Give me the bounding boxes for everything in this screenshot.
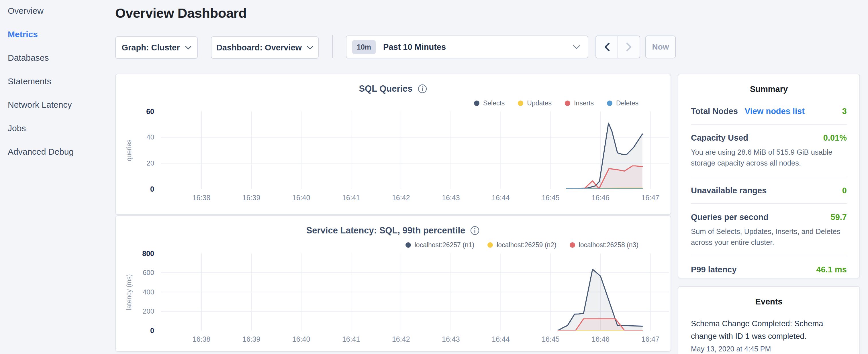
chart-card-sql-queries: SQL Queries SelectsUpdatesInsertsDeletes… bbox=[115, 74, 671, 215]
summary-row-label: P99 latency bbox=[691, 265, 737, 275]
x-axis-tick-label: 16:42 bbox=[381, 335, 421, 344]
chart-card-service-latency: Service Latency: SQL, 99th percentile lo… bbox=[115, 215, 671, 352]
summary-row-unavailable-ranges: Unavailable ranges 0 bbox=[691, 177, 847, 204]
chart-title: SQL Queries bbox=[359, 84, 412, 94]
legend-dot-icon bbox=[570, 242, 575, 248]
time-range-dropdown[interactable]: 10m Past 10 Minutes bbox=[346, 35, 588, 58]
legend-dot-icon bbox=[405, 242, 411, 248]
dashboard-dropdown[interactable]: Dashboard: Overview bbox=[211, 36, 319, 59]
x-axis-tick-label: 16:38 bbox=[181, 194, 221, 202]
chevron-down-icon bbox=[185, 46, 191, 50]
toolbar-divider bbox=[333, 35, 333, 58]
event-item[interactable]: Schema Change Completed: Schema change w… bbox=[678, 307, 859, 353]
chevron-down-icon bbox=[573, 45, 580, 49]
summary-row-total-nodes: Total Nodes View nodes list 3 bbox=[691, 98, 847, 125]
sidebar-item-databases[interactable]: Databases bbox=[8, 53, 111, 63]
legend-item: Selects bbox=[474, 99, 505, 107]
info-icon[interactable] bbox=[470, 225, 480, 236]
summary-row-value: 3 bbox=[842, 106, 847, 116]
graph-dropdown-label: Graph: Cluster bbox=[122, 43, 180, 53]
summary-row-description: You are using 28.6 MiB of 515.9 GiB usab… bbox=[691, 147, 847, 169]
view-nodes-list-link[interactable]: View nodes list bbox=[745, 106, 805, 116]
summary-panel: Summary Total Nodes View nodes list 3 Ca… bbox=[678, 74, 860, 279]
legend-label: Deletes bbox=[616, 99, 639, 107]
y-axis-tick-label: 600 bbox=[116, 268, 154, 277]
x-axis-tick-label: 16:44 bbox=[480, 194, 521, 202]
summary-row-queries-per-second: Queries per second 59.7 Sum of Selects, … bbox=[691, 204, 847, 257]
chart-plot-area[interactable] bbox=[161, 111, 669, 189]
summary-row-label: Capacity Used bbox=[691, 133, 748, 142]
events-title: Events bbox=[678, 287, 859, 307]
x-axis-tick-label: 16:38 bbox=[181, 335, 221, 344]
x-axis-tick-label: 16:41 bbox=[331, 335, 371, 344]
legend-dot-icon bbox=[488, 242, 493, 248]
sidebar-item-advanced-debug[interactable]: Advanced Debug bbox=[8, 147, 111, 157]
summary-row-label: Unavailable ranges bbox=[691, 186, 767, 195]
legend-dot-icon bbox=[518, 100, 523, 106]
legend-dot-icon bbox=[474, 100, 479, 106]
legend-item: localhost:26259 (n2) bbox=[488, 241, 556, 249]
chevron-right-icon bbox=[625, 42, 633, 52]
x-axis-tick-label: 16:45 bbox=[530, 335, 570, 344]
x-axis-tick-label: 16:45 bbox=[530, 194, 570, 202]
legend-label: Inserts bbox=[574, 99, 594, 107]
now-button[interactable]: Now bbox=[645, 35, 676, 58]
info-icon[interactable] bbox=[417, 84, 428, 94]
chart-plot-area[interactable] bbox=[161, 254, 669, 330]
x-axis-tick-label: 16:41 bbox=[331, 194, 371, 202]
chevron-left-icon bbox=[603, 42, 611, 52]
dashboard-dropdown-label: Dashboard: Overview bbox=[216, 43, 302, 53]
x-axis-tick-label: 16:43 bbox=[431, 335, 471, 344]
now-button-label: Now bbox=[652, 42, 669, 52]
event-timestamp: May 13, 2020 at 4:45 PM bbox=[691, 345, 847, 353]
y-axis-title: latency (ms) bbox=[125, 274, 133, 310]
legend-item: localhost:26257 (n1) bbox=[405, 241, 474, 249]
legend-label: localhost:26258 (n3) bbox=[579, 241, 639, 249]
sidebar-item-overview[interactable]: Overview bbox=[8, 6, 111, 16]
page-title: Overview Dashboard bbox=[115, 5, 247, 21]
summary-row-label: Queries per second bbox=[691, 213, 769, 222]
y-axis-tick-label: 0 bbox=[116, 185, 154, 193]
sidebar-item-jobs[interactable]: Jobs bbox=[8, 123, 111, 133]
legend-label: Updates bbox=[527, 99, 552, 107]
summary-row-value: 0 bbox=[842, 186, 847, 195]
x-axis-tick-label: 16:47 bbox=[630, 335, 671, 344]
summary-row-value: 0.01% bbox=[823, 133, 847, 142]
y-axis-title: queries bbox=[125, 139, 133, 161]
legend-item: Deletes bbox=[607, 99, 639, 107]
summary-row-p99-latency: P99 latency 46.1 ms bbox=[691, 256, 847, 282]
time-step-forward-button[interactable] bbox=[618, 36, 640, 58]
x-axis-tick-label: 16:40 bbox=[281, 194, 321, 202]
sidebar-item-network-latency[interactable]: Network Latency bbox=[8, 100, 111, 110]
graph-dropdown[interactable]: Graph: Cluster bbox=[115, 36, 198, 59]
time-step-back-button[interactable] bbox=[596, 36, 618, 58]
y-axis-tick-label: 200 bbox=[116, 307, 154, 316]
y-axis-tick-label: 20 bbox=[116, 159, 154, 167]
legend-label: Selects bbox=[483, 99, 505, 107]
x-axis-tick-label: 16:43 bbox=[431, 194, 471, 202]
x-axis-tick-label: 16:40 bbox=[281, 335, 321, 344]
x-axis-tick-label: 16:46 bbox=[581, 194, 621, 202]
summary-title: Summary bbox=[678, 74, 859, 94]
sidebar-item-statements[interactable]: Statements bbox=[8, 76, 111, 87]
summary-row-description: Sum of Selects, Updates, Inserts, and De… bbox=[691, 226, 847, 248]
y-axis-tick-label: 40 bbox=[116, 133, 154, 141]
summary-row-value: 46.1 ms bbox=[816, 265, 847, 275]
time-range-label: Past 10 Minutes bbox=[383, 42, 446, 52]
x-axis-tick-label: 16:42 bbox=[381, 194, 421, 202]
legend-dot-icon bbox=[565, 100, 570, 106]
x-axis-tick-label: 16:39 bbox=[231, 194, 271, 202]
chart-legend: SelectsUpdatesInsertsDeletes bbox=[474, 99, 639, 107]
x-axis-tick-label: 16:47 bbox=[630, 194, 671, 202]
summary-row-capacity-used: Capacity Used 0.01% You are using 28.6 M… bbox=[691, 125, 847, 177]
chart-svg bbox=[161, 111, 669, 189]
event-message: Schema Change Completed: Schema change w… bbox=[691, 317, 847, 343]
legend-item: localhost:26258 (n3) bbox=[570, 241, 639, 249]
chart-svg bbox=[161, 254, 669, 330]
chevron-down-icon bbox=[307, 46, 313, 50]
summary-row-value: 59.7 bbox=[831, 213, 847, 222]
sidebar: OverviewMetricsDatabasesStatementsNetwor… bbox=[8, 6, 111, 170]
legend-dot-icon bbox=[607, 100, 612, 106]
y-axis-tick-label: 60 bbox=[116, 107, 154, 116]
sidebar-item-metrics[interactable]: Metrics bbox=[8, 29, 111, 39]
